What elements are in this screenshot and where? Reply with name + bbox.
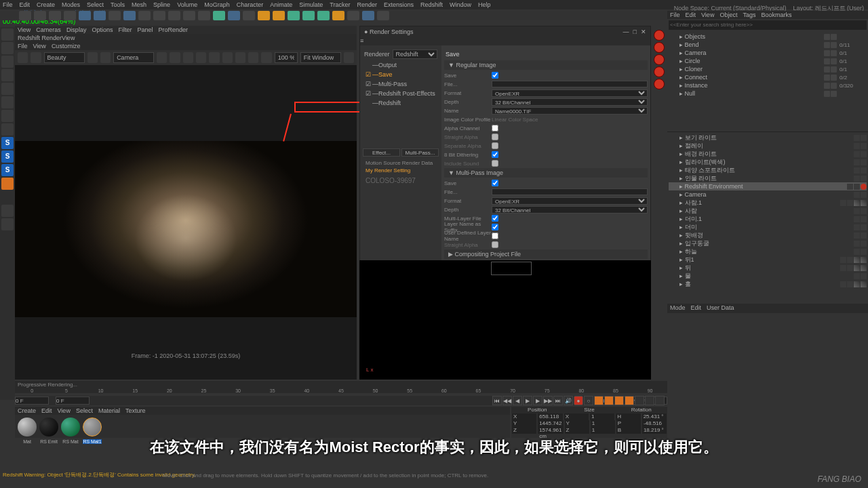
prev-key-button[interactable]: ◀◀ [502,396,512,405]
tree-row[interactable]: ▸ 뒷배경 [669,231,867,239]
key-button[interactable] [625,396,634,405]
camera-select[interactable] [113,52,154,63]
rs-badge-icon[interactable] [654,42,665,53]
menu-modes[interactable]: Modes [62,1,80,8]
tool-icon[interactable] [362,11,374,20]
rs-badge-icon[interactable] [654,79,665,89]
tool-icon[interactable] [108,11,121,20]
preset-myrender[interactable]: My Render Setting [363,167,439,174]
mat-label[interactable]: RS Mat [61,439,80,444]
tool-icon[interactable] [94,11,106,20]
mp-lns-checkbox[interactable] [492,224,498,230]
left-tool-palette[interactable]: S S S [0,27,15,400]
mp-depth-select[interactable]: 32 Bit/Channel [492,206,648,214]
vp-menu-display[interactable]: Display [66,26,87,33]
tree-row[interactable]: ▸ 하늘 [669,247,867,256]
tool-icon[interactable] [377,11,389,20]
tree-row[interactable]: ▸ 더미 [669,223,867,231]
menu-select[interactable]: Select [87,1,104,8]
vico[interactable] [183,52,193,63]
obj-search-input[interactable]: <<Enter your search string here>> [669,20,867,30]
s-tool-icon[interactable]: S [1,137,14,149]
key-button[interactable] [635,396,644,405]
key-button[interactable] [645,396,654,405]
vico[interactable] [170,52,180,63]
vico[interactable] [157,52,167,63]
vp-menu-options[interactable]: Options [92,26,113,33]
goto-start-button[interactable]: ⏮ [492,396,502,405]
tool-icon[interactable] [49,11,61,20]
frame-current[interactable] [56,396,90,405]
tool-icon[interactable] [1,123,14,136]
tool-icon[interactable] [168,11,180,20]
mat-label-selected[interactable]: RS Mat1 [83,439,102,444]
fit-select[interactable] [300,52,341,63]
vico[interactable] [248,52,258,63]
tool-icon[interactable] [183,11,195,20]
menu-volume[interactable]: Volume [177,1,197,8]
rs-regular-section[interactable]: ▼ Regular Image [444,60,648,70]
playback-controls[interactable]: ⏮ ◀◀ ◀ ▶ ▶ ▶▶ ⏭ 🔊 ● ○ [492,396,665,405]
record-button[interactable]: ● [574,396,583,405]
rs-item-output[interactable]: —Output [363,60,439,70]
regular-save-checkbox[interactable] [492,72,498,79]
tool-icon[interactable] [138,11,151,20]
prev-frame-button[interactable]: ◀ [513,396,522,405]
tree-row[interactable]: ▸ 사람 [669,207,867,215]
tree-row[interactable]: ▸ 태양 스포트라이트 [669,166,867,174]
undo-icon[interactable] [19,11,31,20]
mat-label[interactable]: RS Emit [39,439,58,444]
menu-file[interactable]: File [3,1,13,8]
tool-icon[interactable] [1,178,14,190]
tree-row[interactable]: ▸ 뒤 [669,264,867,272]
rs-badge-icon[interactable] [654,54,665,65]
tree-row[interactable]: ▸ 배경 라이트 [669,150,867,158]
key-button[interactable] [604,396,614,405]
material-swatch[interactable] [39,418,58,436]
tree-row[interactable]: ▸ Camera [669,190,867,199]
menu-edit[interactable]: Edit [20,1,31,8]
tool-icon[interactable] [258,11,270,20]
tool-icon[interactable] [198,11,210,20]
render-settings-titlebar[interactable]: ● Render Settings — □ ✕ [360,26,650,37]
tool-icon[interactable] [1,218,14,230]
move-tool-icon[interactable] [1,28,14,41]
s-tool-icon[interactable]: S [1,164,14,176]
rs-menu-icon[interactable]: ≡ [360,37,650,45]
tree-row[interactable]: ▸ 절레이 [669,142,867,150]
menu-tracker[interactable]: Tracker [330,1,350,8]
tool-icon[interactable] [228,11,240,20]
rs-multipass-section[interactable]: ▼ Multi-Pass Image [444,168,648,178]
menu-mograph[interactable]: MoGraph [204,1,230,8]
next-frame-button[interactable]: ▶ [533,396,542,405]
material-swatch[interactable] [61,418,80,436]
vico[interactable] [196,52,206,63]
tree-row[interactable]: ▸ Redshift Environment [669,182,867,190]
tool-icon[interactable] [1,96,14,108]
renderview-tab[interactable]: Redshift RenderView [15,34,357,42]
tree-row[interactable]: ▸ Circle0/1 [669,57,867,65]
timeline[interactable]: Progressive Rendering... 051015202530354… [15,381,667,393]
tool-icon[interactable] [288,11,300,20]
tool-icon[interactable] [317,11,330,20]
tool-icon[interactable] [153,11,165,20]
vp-menu-filter[interactable]: Filter [118,26,132,33]
tool-icon[interactable] [79,11,91,20]
multipass-button[interactable]: Multi-Pass... [401,148,439,157]
tree-row[interactable]: ▸ 물 [669,272,867,280]
menu-create[interactable]: Create [37,1,55,8]
menu-character[interactable]: Character [237,1,264,8]
vp-menu-cameras[interactable]: Cameras [36,26,61,33]
vp-menu-view[interactable]: View [18,26,31,33]
rs-badge-icon[interactable] [654,66,665,77]
tree-row[interactable]: ▸ 홀 [669,280,867,288]
menu-window[interactable]: Window [450,1,471,8]
next-key-button[interactable]: ▶▶ [543,396,553,405]
tree-row[interactable]: ▸ 보기 라이트 [669,134,867,142]
tree-row[interactable]: ▸ Objects [669,33,867,41]
tree-row[interactable]: ▸ Cloner0/1 [669,65,867,73]
vico[interactable] [344,52,354,63]
renderer-select[interactable]: Redshift [393,49,437,59]
tree-row[interactable]: ▸ 더미.1 [669,215,867,223]
tool-icon[interactable] [1,110,14,122]
